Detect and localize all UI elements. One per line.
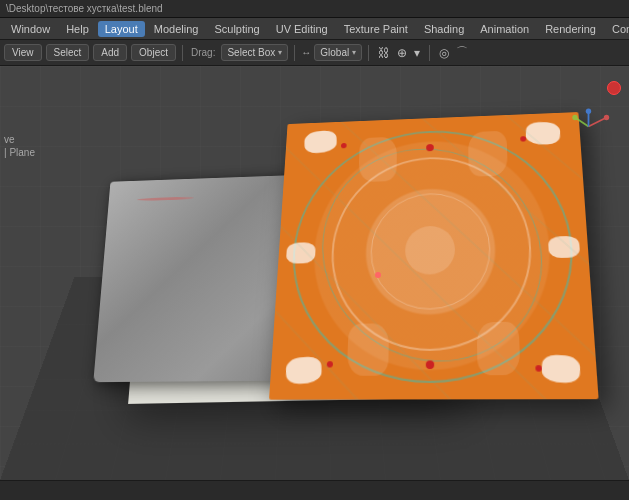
drag-label: Drag: [189, 47, 217, 58]
toolbar-object-btn[interactable]: Object [131, 44, 176, 61]
snap-group: ⛓ ⊕ ▾ [375, 45, 423, 61]
viewport[interactable]: ve | Plane [0, 66, 629, 480]
toolbar-select-btn[interactable]: Select [46, 44, 90, 61]
toolbar-sep-4 [429, 45, 430, 61]
status-bar [0, 480, 629, 500]
menu-compositing[interactable]: Compositing [605, 21, 629, 37]
menu-layout[interactable]: Layout [98, 21, 145, 37]
toolbar-sep-1 [182, 45, 183, 61]
svg-point-5 [586, 109, 591, 114]
chain-link-btn[interactable]: ⛓ [375, 45, 393, 61]
plane-label: | Plane [4, 147, 35, 158]
chevron-down-icon: ▾ [278, 48, 282, 57]
svg-point-3 [604, 115, 609, 120]
menu-texture-paint[interactable]: Texture Paint [337, 21, 415, 37]
menu-bar: Window Help Layout Modeling Sculpting UV… [0, 18, 629, 40]
transform-group: ↔ Global ▾ [301, 44, 362, 61]
title-bar: \Desktop\тестове хустка\test.blend [0, 0, 629, 18]
menu-rendering[interactable]: Rendering [538, 21, 603, 37]
toolbar: View Select Add Object Drag: Select Box … [0, 40, 629, 66]
view-label: ve [4, 134, 35, 145]
chevron-down-icon-2: ▾ [352, 48, 356, 57]
menu-sculpting[interactable]: Sculpting [207, 21, 266, 37]
menu-animation[interactable]: Animation [473, 21, 536, 37]
toolbar-add-btn[interactable]: Add [93, 44, 127, 61]
select-box-dropdown[interactable]: Select Box ▾ [221, 44, 288, 61]
magnet-btn[interactable]: ⊕ [394, 45, 410, 61]
svg-point-4 [572, 115, 577, 120]
axes-widget [566, 104, 611, 149]
menu-uv-editing[interactable]: UV Editing [269, 21, 335, 37]
proportional-btn[interactable]: ◎ [436, 45, 452, 61]
toolbar-sep-3 [368, 45, 369, 61]
orange-textile-object [269, 112, 599, 400]
proportional-falloff-btn[interactable]: ⌒ [453, 43, 471, 62]
figure-top-r [468, 131, 508, 177]
transform-icon: ↔ [301, 47, 311, 58]
toolbar-sep-2 [294, 45, 295, 61]
figure-bottom-r [477, 322, 521, 376]
side-labels: ve | Plane [4, 134, 35, 158]
global-dropdown[interactable]: Global ▾ [314, 44, 362, 61]
menu-window[interactable]: Window [4, 21, 57, 37]
menu-shading[interactable]: Shading [417, 21, 471, 37]
axes-indicator[interactable] [607, 81, 621, 95]
menu-modeling[interactable]: Modeling [147, 21, 206, 37]
ribbon-overlay [269, 112, 599, 400]
svg-line-0 [589, 118, 607, 127]
menu-help[interactable]: Help [59, 21, 96, 37]
snap-options-btn[interactable]: ▾ [411, 45, 423, 61]
title-text: \Desktop\тестове хустка\test.blend [6, 3, 163, 14]
figure-top [358, 137, 397, 182]
proportional-group: ◎ ⌒ [436, 43, 471, 62]
toolbar-view-btn[interactable]: View [4, 44, 42, 61]
origin-dot [375, 272, 381, 278]
figure-bottom-l [347, 323, 389, 376]
